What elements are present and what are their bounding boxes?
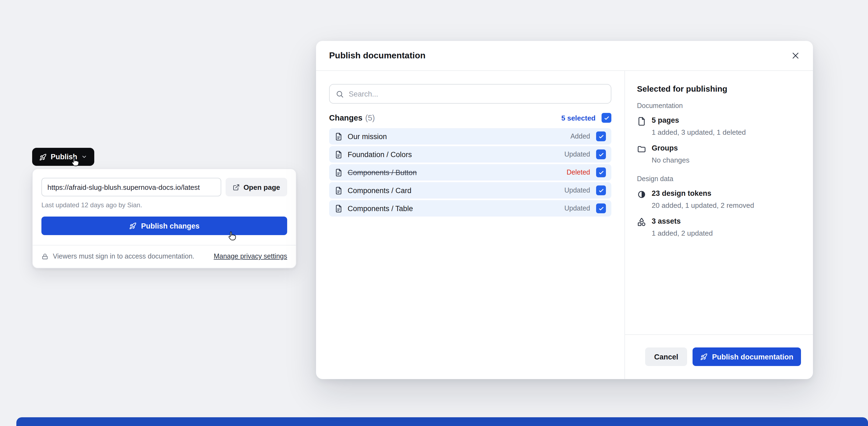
background-window-top-bar: [17, 417, 868, 426]
open-page-button[interactable]: Open page: [225, 178, 287, 196]
change-status: Updated: [564, 204, 590, 212]
folder-icon: [637, 145, 646, 154]
select-all-checkbox[interactable]: [601, 113, 611, 123]
change-status: Added: [570, 133, 590, 140]
row-checkbox[interactable]: [596, 132, 606, 141]
change-row-components-table[interactable]: Components / Table Updated: [329, 200, 611, 217]
section-label-documentation: Documentation: [637, 102, 801, 110]
summary-subtitle: 20 added, 1 updated, 2 removed: [652, 201, 754, 209]
rocket-icon: [700, 353, 708, 361]
row-checkbox[interactable]: [596, 167, 606, 177]
publish-trigger-label: Publish: [51, 153, 78, 161]
privacy-note: Viewers must sign in to access documenta…: [53, 253, 209, 260]
doc-url-input[interactable]: [41, 178, 221, 196]
change-name: Components / Card: [348, 186, 411, 195]
manage-privacy-settings-link[interactable]: Manage privacy settings: [214, 253, 287, 260]
lock-icon: [41, 253, 49, 260]
change-name: Components / Table: [348, 204, 413, 212]
summary-item-tokens: 23 design tokens 20 added, 1 updated, 2 …: [637, 189, 801, 209]
summary-subtitle: No changes: [652, 156, 689, 164]
change-status: Updated: [564, 150, 590, 158]
row-checkbox[interactable]: [596, 203, 606, 213]
rocket-icon: [39, 153, 47, 161]
summary-title: 23 design tokens: [652, 189, 754, 197]
publish-documentation-modal: Publish documentation Changes (5): [316, 41, 813, 379]
search-box: [329, 84, 611, 104]
change-row-our-mission[interactable]: Our mission Added: [329, 128, 611, 145]
cancel-button[interactable]: Cancel: [645, 347, 687, 366]
row-checkbox[interactable]: [596, 149, 606, 159]
page-icon: [335, 204, 343, 212]
publish-documentation-button[interactable]: Publish documentation: [692, 347, 801, 366]
page-icon: [335, 186, 343, 195]
change-row-components-card[interactable]: Components / Card Updated: [329, 182, 611, 199]
summary-item-assets: 3 assets 1 added, 2 updated: [637, 217, 801, 237]
summary-subtitle: 1 added, 2 updated: [652, 229, 713, 237]
open-page-label: Open page: [244, 183, 280, 191]
tokens-icon: [637, 190, 646, 199]
change-status: Updated: [564, 187, 590, 194]
change-row-components-button[interactable]: Components / Button Deleted: [329, 164, 611, 180]
page-icon: [637, 117, 646, 126]
page-icon: [335, 132, 343, 140]
summary-title: 3 assets: [652, 217, 713, 225]
summary-title: 5 pages: [652, 116, 746, 124]
changes-count: (5): [365, 113, 375, 122]
search-icon: [336, 90, 344, 98]
publish-changes-label: Publish changes: [141, 222, 200, 230]
chevron-down-icon: [81, 154, 87, 160]
selected-for-publishing-title: Selected for publishing: [637, 84, 801, 93]
changes-title: Changes: [329, 113, 363, 122]
page-icon: [335, 150, 343, 159]
search-input[interactable]: [349, 90, 605, 98]
selected-count: 5 selected: [561, 114, 595, 122]
change-name: Foundation / Colors: [348, 150, 412, 159]
close-button[interactable]: [788, 48, 803, 63]
external-link-icon: [232, 183, 240, 191]
publish-changes-button[interactable]: Publish changes: [41, 217, 287, 235]
close-icon: [791, 51, 800, 60]
summary-item-groups: Groups No changes: [637, 144, 801, 164]
section-label-design-data: Design data: [637, 175, 801, 183]
page-icon: [335, 168, 343, 176]
publish-popover: Open page Last updated 12 days ago by Si…: [32, 169, 297, 268]
publish-documentation-label: Publish documentation: [712, 352, 793, 361]
change-name: Components / Button: [348, 168, 417, 176]
change-row-foundation-colors[interactable]: Foundation / Colors Updated: [329, 146, 611, 163]
change-name: Our mission: [348, 132, 387, 140]
change-list: Our mission Added Foundation / Colors Up…: [329, 128, 611, 217]
summary-item-pages: 5 pages 1 added, 3 updated, 1 deleted: [637, 116, 801, 136]
summary-subtitle: 1 added, 3 updated, 1 deleted: [652, 128, 746, 136]
change-status: Deleted: [567, 169, 590, 176]
publish-trigger-button[interactable]: Publish: [32, 148, 94, 166]
summary-title: Groups: [652, 144, 689, 152]
assets-icon: [637, 218, 646, 227]
desktop-canvas: Publish Open page Last updated 12 days a…: [0, 0, 868, 426]
modal-title: Publish documentation: [329, 51, 426, 61]
last-updated-text: Last updated 12 days ago by Sian.: [41, 201, 287, 209]
rocket-icon: [129, 222, 137, 230]
row-checkbox[interactable]: [596, 186, 606, 195]
